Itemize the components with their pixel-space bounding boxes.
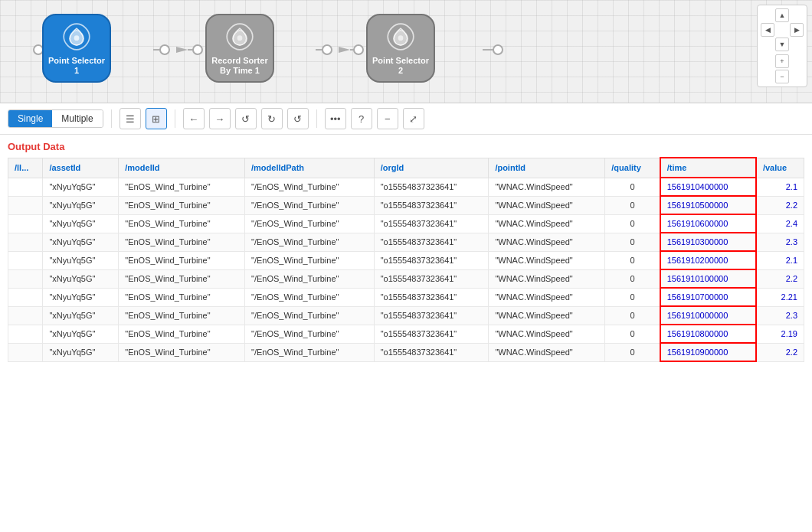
table-cell: "o15554837323641" xyxy=(374,251,489,269)
node-icon-3 xyxy=(385,21,417,53)
list-view-button[interactable]: ☰ xyxy=(120,108,141,129)
zoom-in-button[interactable]: + xyxy=(775,54,789,68)
nav-spacer-bl xyxy=(761,38,774,51)
refresh-button[interactable]: ↺ xyxy=(235,108,257,129)
svg-marker-8 xyxy=(339,47,350,53)
table-cell: 2.4 xyxy=(756,214,804,233)
table-cell: 0 xyxy=(605,196,660,214)
table-cell: 0 xyxy=(605,251,660,269)
node-point-selector-2[interactable]: Point Selector 2 xyxy=(366,14,435,83)
refresh2-button[interactable]: ↻ xyxy=(261,108,283,129)
data-table: /ll... /assetId /modelId /modelIdPath /o… xyxy=(8,157,804,362)
table-cell xyxy=(8,178,43,196)
col-time: /time xyxy=(660,158,756,178)
help-button[interactable]: ? xyxy=(351,108,372,129)
single-button[interactable]: Single xyxy=(8,110,52,127)
svg-point-15 xyxy=(398,35,404,41)
table-cell: "o15554837323641" xyxy=(374,288,489,306)
table-row: "xNyuYq5G""EnOS_Wind_Turbine""/EnOS_Wind… xyxy=(8,214,804,233)
table-cell: 1561910000000 xyxy=(660,306,756,325)
nav-zoom: + − xyxy=(775,54,789,83)
table-cell: "/EnOS_Wind_Turbine" xyxy=(245,269,375,288)
table-cell: 1561910600000 xyxy=(660,214,756,233)
table-cell: 1561910400000 xyxy=(660,178,756,196)
table-cell: 1561910900000 xyxy=(660,343,756,361)
nav-spacer-c xyxy=(775,23,789,37)
col-point-id: /pointId xyxy=(489,158,605,178)
col-model-id: /modelId xyxy=(119,158,245,178)
table-cell: "WNAC.WindSpeed" xyxy=(489,196,605,214)
table-cell: "EnOS_Wind_Turbine" xyxy=(119,306,245,325)
table-cell: "/EnOS_Wind_Turbine" xyxy=(245,214,375,233)
prev-icon: ← xyxy=(188,113,198,125)
grid-view-button[interactable]: ⊞ xyxy=(146,108,167,129)
table-cell: 2.3 xyxy=(756,306,804,325)
table-cell xyxy=(8,251,43,269)
table-cell: 2.2 xyxy=(756,269,804,288)
table-cell: 0 xyxy=(605,269,660,288)
table-cell: "xNyuYq5G" xyxy=(43,288,119,306)
separator-3 xyxy=(316,109,317,128)
svg-point-13 xyxy=(74,35,80,41)
minimize-button[interactable]: − xyxy=(377,108,398,129)
table-cell xyxy=(8,196,43,214)
col-value: /value xyxy=(756,158,804,178)
table-cell: "o15554837323641" xyxy=(374,178,489,196)
table-cell: "xNyuYq5G" xyxy=(43,306,119,325)
table-cell: 1561910100000 xyxy=(660,269,756,288)
table-row: "xNyuYq5G""EnOS_Wind_Turbine""/EnOS_Wind… xyxy=(8,325,804,343)
table-cell: "EnOS_Wind_Turbine" xyxy=(119,178,245,196)
table-cell: "WNAC.WindSpeed" xyxy=(489,178,605,196)
next-button[interactable]: → xyxy=(209,108,231,129)
reset-button[interactable]: ↺ xyxy=(287,108,309,129)
node-point-selector-1[interactable]: Point Selector 1 xyxy=(42,14,111,83)
output-title: Output Data xyxy=(8,135,804,157)
nav-left-button[interactable]: ◀ xyxy=(761,23,774,37)
table-cell: "WNAC.WindSpeed" xyxy=(489,343,605,361)
svg-point-2 xyxy=(160,45,169,54)
nav-up-button[interactable]: ▲ xyxy=(775,8,789,22)
table-cell xyxy=(8,214,43,233)
table-cell: "o15554837323641" xyxy=(374,325,489,343)
table-cell: "o15554837323641" xyxy=(374,196,489,214)
help-icon: ? xyxy=(359,113,364,125)
zoom-out-button[interactable]: − xyxy=(775,70,789,83)
nav-spacer-br xyxy=(790,38,804,51)
table-cell: "o15554837323641" xyxy=(374,306,489,325)
refresh-icon: ↺ xyxy=(241,113,250,125)
table-cell: "xNyuYq5G" xyxy=(43,178,119,196)
nav-spacer-tl xyxy=(761,8,774,22)
multiple-button[interactable]: Multiple xyxy=(52,110,102,127)
table-row: "xNyuYq5G""EnOS_Wind_Turbine""/EnOS_Wind… xyxy=(8,251,804,269)
table-cell: 2.2 xyxy=(756,343,804,361)
nav-panel: ▲ ◀ ▶ ▼ + − xyxy=(757,5,807,87)
table-cell xyxy=(8,288,43,306)
table-cell: 1561910200000 xyxy=(660,251,756,269)
table-cell xyxy=(8,325,43,343)
table-cell: 2.1 xyxy=(756,251,804,269)
col-quality: /quality xyxy=(605,158,660,178)
table-cell: "/EnOS_Wind_Turbine" xyxy=(245,288,375,306)
table-cell: "xNyuYq5G" xyxy=(43,214,119,233)
table-cell: 0 xyxy=(605,288,660,306)
table-cell: "/EnOS_Wind_Turbine" xyxy=(245,325,375,343)
table-row: "xNyuYq5G""EnOS_Wind_Turbine""/EnOS_Wind… xyxy=(8,288,804,306)
table-cell: "WNAC.WindSpeed" xyxy=(489,214,605,233)
col-asset-id: /assetId xyxy=(43,158,119,178)
table-cell: 0 xyxy=(605,178,660,196)
node-2-label: Record Sorter By Time 1 xyxy=(207,56,273,76)
table-cell: 0 xyxy=(605,343,660,361)
table-cell: "xNyuYq5G" xyxy=(43,269,119,288)
nav-down-button[interactable]: ▼ xyxy=(775,38,789,51)
table-cell: "xNyuYq5G" xyxy=(43,251,119,269)
grid-icon: ⊞ xyxy=(152,113,160,125)
table-cell: "EnOS_Wind_Turbine" xyxy=(119,214,245,233)
prev-button[interactable]: ← xyxy=(183,108,205,129)
node-record-sorter[interactable]: Record Sorter By Time 1 xyxy=(205,14,274,83)
table-cell: "WNAC.WindSpeed" xyxy=(489,306,605,325)
table-cell: "xNyuYq5G" xyxy=(43,343,119,361)
expand-button[interactable]: ⤢ xyxy=(403,108,424,129)
nav-arrows: ▲ ◀ ▶ ▼ xyxy=(761,8,804,51)
more-button[interactable]: ••• xyxy=(325,108,346,129)
nav-right-button[interactable]: ▶ xyxy=(790,23,804,37)
